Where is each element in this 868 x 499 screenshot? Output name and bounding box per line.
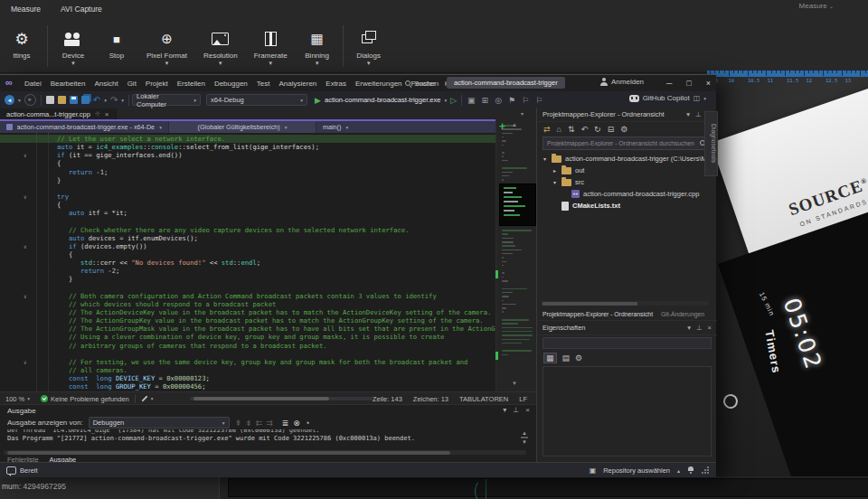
alphabetical-icon[interactable]: ▤ [562,353,571,362]
pin-icon[interactable]: ⊥ [513,406,519,414]
clock-icon[interactable]: ◔ [305,419,309,428]
feedback-icon[interactable] [6,466,16,475]
fold-chevron-icon[interactable]: ∨ [24,151,27,159]
vs-menu-debuggen[interactable]: Debuggen [210,80,252,88]
start-debugging-button[interactable]: ▶ action-command-broadcast-trigger.exe ▾… [310,96,461,105]
select-repository-button[interactable]: Repository auswählen [603,466,670,475]
scope-dropdown[interactable]: (Globaler Gültigkeitsbereich) ▾ [169,121,316,133]
fold-chevron-icon[interactable]: ∨ [24,193,27,201]
vs-menu-erweiterungen[interactable]: Erweiterungen [351,80,407,88]
code-editor[interactable]: // Let the user select a network interfa… [0,133,495,391]
camera-button-resolution[interactable]: Resolution▼ [195,24,246,66]
fold-chevron-icon[interactable]: ∨ [24,292,27,300]
tab-folder-view[interactable]: Projektmappen-Explorer - Ordneransicht [542,311,653,317]
tree-item-cmakelists.txt[interactable]: CMakeLists.txt [537,200,716,212]
copilot-caret-icon[interactable]: ▾ [703,96,706,101]
vs-menu-datei[interactable]: Datei [20,80,46,88]
vs-titlebar[interactable]: ∞ DateiBearbeitenAnsichtGitProjektErstel… [0,75,716,92]
copilot-share-icon[interactable]: ◫ [693,94,701,102]
diagnostics-tool-tab[interactable]: Diagnosetools [704,111,718,176]
new-file-icon[interactable] [46,96,54,104]
signin-button[interactable]: Anmelden [600,78,644,86]
grid-icon[interactable]: ⊞ [482,96,489,105]
camera-button-dialogs[interactable]: Dialogs▼ [347,24,391,66]
status-eol[interactable]: LF [514,395,533,403]
tab-pin-icon[interactable]: ⊹ [95,110,100,118]
menu-measure[interactable]: Measure [11,5,41,17]
scroll-down-icon[interactable]: ▼ [512,381,517,386]
boxed-play-icon[interactable]: ▣ [467,96,476,105]
github-copilot-button[interactable]: GitHub Copilot ◫ ▾ [629,94,706,102]
output-hscrollbar[interactable] [4,450,526,455]
panel-caret-icon[interactable]: ▾ [687,324,691,332]
close-button[interactable]: × [706,79,711,88]
flag-icon[interactable]: ⚑ [508,96,515,105]
resize-grip[interactable] [702,466,709,474]
open-folder-icon[interactable] [58,96,66,104]
navigate-forward-button[interactable]: ▸ [24,94,36,106]
status-column[interactable]: Zeichen: 13 [408,395,454,403]
edit-mode-button[interactable]: ▾ [136,396,159,401]
camera-value-box[interactable] [228,478,868,497]
status-line[interactable]: Zeile: 143 [367,395,408,403]
redo-icon[interactable]: ↷ [110,95,118,105]
properties-object-dropdown[interactable] [542,337,712,349]
repo-caret-icon[interactable]: ▴ [677,467,680,474]
camera-button-pixel-format[interactable]: ⊕Pixel Format▼ [138,24,195,66]
notifications-bell-icon[interactable] [687,466,694,474]
properties-header[interactable]: Eigenschaften ▾ ⊥ × [537,321,717,335]
document-tab[interactable]: action-comma...t-trigger.cpp ⊹ × [0,108,117,119]
output-source-dropdown[interactable]: Debuggen▾ [89,417,230,428]
status-tabs-mode[interactable]: TABULATOREN [454,395,514,403]
vs-menu-git[interactable]: Git [123,80,141,88]
pin-icon[interactable]: ⊥ [696,324,703,332]
zoom-dropdown[interactable]: 100 %▾ [0,395,35,403]
save-all-icon[interactable] [81,96,90,104]
save-icon[interactable] [70,96,78,104]
panel-caret-icon[interactable]: ▾ [686,110,690,118]
vs-menu-test[interactable]: Test [252,80,275,88]
vs-menu-extras[interactable]: Extras [321,80,351,88]
camera-button-binning[interactable]: ▦Binning▼ [296,24,339,66]
undo-icon[interactable]: ↶ [93,95,100,105]
flag-empty-icon[interactable]: ⚐ [522,96,529,105]
vs-menu-analysieren[interactable]: Analysieren [274,80,321,88]
chevron-down-icon[interactable]: ▾ [542,155,548,162]
back-caret-icon[interactable]: ▾ [18,98,21,103]
tree-item-src[interactable]: ▾src [537,176,716,188]
lines-icon[interactable]: ≣ [282,419,289,428]
editor-hscrollbar[interactable] [190,397,374,400]
camera-button-ttings[interactable]: ⚙ttings [0,24,43,61]
circle-x-icon[interactable]: ⊗ [293,419,300,428]
solution-explorer-header[interactable]: Projektmappen-Explorer - Ordneransicht ▾… [537,108,716,122]
target-icon[interactable]: ◎ [495,96,502,105]
fold-chevron-icon[interactable]: ∨ [24,358,27,366]
camera-button-device[interactable]: Device▼ [52,24,95,66]
fold-chevron-icon[interactable]: ∨ [24,242,27,250]
switch-view-icon[interactable]: ⇄ [543,125,551,134]
property-pages-icon[interactable]: ⚙ [575,353,582,362]
panel-options-caret-icon[interactable]: ▾ [503,406,506,414]
categorized-icon[interactable]: ▦ [543,353,557,363]
chevron-right-icon[interactable]: ▸ [552,167,558,174]
tab-git-changes[interactable]: Git-Änderungen [661,311,704,317]
vs-menu-ansicht[interactable]: Ansicht [90,80,122,88]
maximize-button[interactable]: □ [686,79,691,88]
undo-icon[interactable]: ↶ [581,125,589,134]
vs-menu-projekt[interactable]: Projekt [141,80,173,88]
scroll-up-icon[interactable]: ▲ [512,122,517,127]
problems-indicator[interactable]: Keine Probleme gefunden [35,395,135,403]
tab-close-icon[interactable]: × [105,110,109,118]
close-icon[interactable]: × [525,406,530,414]
member-dropdown[interactable]: main() ▾ [316,121,354,133]
add-icon[interactable]: + [499,120,505,133]
navigate-back-button[interactable]: ◂ [5,95,14,105]
chevron-down-icon[interactable]: ▾ [552,179,558,185]
flag-empty2-icon[interactable]: ⚐ [535,96,542,105]
menu-measure-right[interactable]: Measure ⌄ [799,2,834,10]
tree-item-out[interactable]: ▸out [537,165,716,176]
camera-button-framerate[interactable]: Framerate▼ [246,24,296,66]
vs-menu-erstellen[interactable]: Erstellen [173,80,210,88]
configuration-dropdown[interactable]: x64-Debug▾ [206,94,307,106]
tree-item-action-command-broadcast-trigger[interactable]: ▾action-command-broadcast-trigger (C:\Us… [537,153,716,165]
